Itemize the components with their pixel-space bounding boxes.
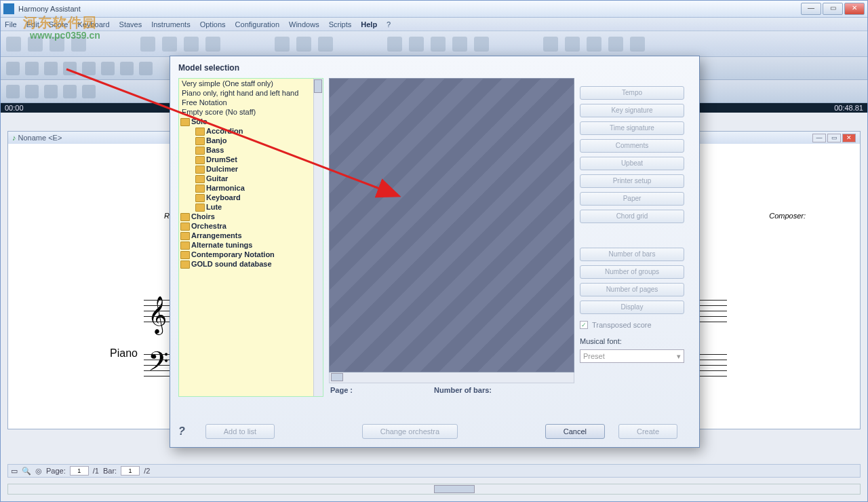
- horizontal-scrollbar[interactable]: [7, 484, 861, 495]
- model-item-accordion[interactable]: Accordion: [179, 126, 323, 136]
- pause-icon[interactable]: [162, 37, 177, 52]
- musical-font-select[interactable]: Preset▾: [580, 349, 684, 363]
- note-icon[interactable]: [6, 62, 20, 75]
- edit-icon[interactable]: [6, 85, 20, 98]
- tool-icon[interactable]: [318, 37, 333, 52]
- note-icon[interactable]: [44, 62, 58, 75]
- preview-scrollbar[interactable]: [329, 372, 574, 383]
- menu-edit[interactable]: Edit: [26, 20, 39, 28]
- side-btn-key-signature[interactable]: Key signature: [580, 104, 684, 117]
- folder-choirs[interactable]: Choirs: [179, 212, 323, 221]
- bar-input[interactable]: [121, 466, 140, 476]
- list-scrollbar[interactable]: [313, 79, 323, 396]
- menu-score[interactable]: Score: [49, 20, 68, 28]
- score-minimize-button[interactable]: —: [812, 134, 826, 142]
- side-btn-printer-setup[interactable]: Printer setup: [580, 174, 684, 188]
- folder-alternate-tunings[interactable]: Alternate tunings: [179, 240, 323, 250]
- keyboard-icon[interactable]: [587, 37, 601, 52]
- tool-icon[interactable]: [296, 37, 311, 52]
- list-scrollbar-thumb[interactable]: [314, 79, 322, 93]
- folder-contemporary-notation[interactable]: Contemporary Notation: [179, 250, 323, 259]
- model-item-dulcimer[interactable]: Dulcimer: [179, 164, 323, 174]
- create-button[interactable]: Create: [618, 424, 677, 439]
- note-icon[interactable]: [101, 62, 115, 75]
- tool-icon[interactable]: [275, 37, 290, 52]
- side-btn-time-signature[interactable]: Time signature: [580, 121, 684, 135]
- menu-options[interactable]: Options: [200, 20, 226, 28]
- play-icon[interactable]: [140, 37, 155, 52]
- menu-staves[interactable]: Staves: [119, 20, 142, 28]
- tool-icon[interactable]: [431, 37, 446, 52]
- minimize-button[interactable]: —: [801, 3, 821, 15]
- scrollbar-thumb[interactable]: [434, 485, 475, 493]
- menu-scripts[interactable]: Scripts: [329, 20, 352, 28]
- side-btn-number-of-bars[interactable]: Number of bars: [580, 248, 684, 261]
- close-button[interactable]: ✕: [844, 3, 865, 15]
- note-icon[interactable]: [25, 62, 39, 75]
- add-to-list-button[interactable]: Add to list: [205, 424, 275, 439]
- model-item[interactable]: Free Notation: [179, 98, 323, 107]
- menu-?[interactable]: ?: [387, 20, 391, 28]
- folder-arrangements[interactable]: Arrangements: [179, 231, 323, 240]
- edit-icon[interactable]: [82, 85, 96, 98]
- tool-icon[interactable]: [608, 37, 623, 52]
- menu-help[interactable]: Help: [361, 20, 377, 28]
- note-icon[interactable]: [120, 62, 134, 75]
- model-item-banjo[interactable]: Banjo: [179, 136, 323, 145]
- menu-keyboard[interactable]: Keyboard: [77, 20, 109, 28]
- tool-icon[interactable]: [6, 37, 21, 52]
- zoom-icon[interactable]: 🔍: [22, 467, 31, 476]
- model-item[interactable]: Piano only, right hand and left hand: [179, 88, 323, 98]
- tool-icon[interactable]: [565, 37, 580, 52]
- tool-icon[interactable]: [50, 37, 64, 52]
- side-btn-display[interactable]: Display: [580, 301, 684, 314]
- side-btn-tempo[interactable]: Tempo: [580, 86, 684, 100]
- note-icon[interactable]: [139, 62, 153, 75]
- nav-icon[interactable]: ▭: [11, 467, 18, 476]
- tool-icon[interactable]: [474, 37, 489, 52]
- forward-icon[interactable]: [205, 37, 220, 52]
- menu-file[interactable]: File: [5, 20, 17, 28]
- score-maximize-button[interactable]: ▭: [827, 134, 841, 142]
- model-item[interactable]: Empty score (No staff): [179, 107, 323, 117]
- folder-gold-sound-database[interactable]: GOLD sound database: [179, 259, 323, 269]
- edit-icon[interactable]: [44, 85, 58, 98]
- transposed-checkbox[interactable]: ✓: [580, 321, 588, 329]
- menu-configuration[interactable]: Configuration: [235, 20, 279, 28]
- record-icon[interactable]: [630, 37, 645, 52]
- model-item-drumset[interactable]: DrumSet: [179, 155, 323, 164]
- folder-orchestra[interactable]: Orchestra: [179, 221, 323, 231]
- target-icon[interactable]: ◎: [35, 467, 42, 476]
- page-input[interactable]: [70, 466, 89, 476]
- preview-scrollbar-thumb[interactable]: [331, 373, 343, 381]
- help-icon[interactable]: ?: [178, 425, 185, 438]
- model-item-harmonica[interactable]: Harmonica: [179, 183, 323, 193]
- note-icon[interactable]: [82, 62, 96, 75]
- tool-icon[interactable]: [387, 37, 402, 52]
- menu-windows[interactable]: Windows: [289, 20, 319, 28]
- maximize-button[interactable]: ▭: [823, 3, 843, 15]
- model-item[interactable]: Very simple (One staff only): [179, 79, 323, 88]
- side-btn-comments[interactable]: Comments: [580, 139, 684, 153]
- mic-icon[interactable]: [409, 37, 424, 52]
- edit-icon[interactable]: [63, 85, 77, 98]
- side-btn-chord-grid[interactable]: Chord grid: [580, 210, 684, 223]
- change-orchestra-button[interactable]: Change orchestra: [362, 424, 458, 439]
- tool-icon[interactable]: [28, 37, 43, 52]
- edit-icon[interactable]: [25, 85, 39, 98]
- side-btn-number-of-groups[interactable]: Number of groups: [580, 265, 684, 279]
- tool-icon[interactable]: [71, 37, 86, 52]
- note-icon[interactable]: [63, 62, 77, 75]
- cancel-button[interactable]: Cancel: [545, 424, 605, 439]
- side-btn-paper[interactable]: Paper: [580, 192, 684, 206]
- model-item-bass[interactable]: Bass: [179, 145, 323, 155]
- model-item-keyboard[interactable]: Keyboard: [179, 193, 323, 202]
- score-close-button[interactable]: ✕: [842, 134, 856, 142]
- side-btn-number-of-pages[interactable]: Number of pages: [580, 283, 684, 296]
- folder-solo[interactable]: Solo: [179, 117, 323, 126]
- piano-icon[interactable]: [543, 37, 558, 52]
- tool-icon[interactable]: [452, 37, 467, 52]
- side-btn-upbeat[interactable]: Upbeat: [580, 157, 684, 170]
- model-item-guitar[interactable]: Guitar: [179, 174, 323, 183]
- menu-instruments[interactable]: Instruments: [151, 20, 190, 28]
